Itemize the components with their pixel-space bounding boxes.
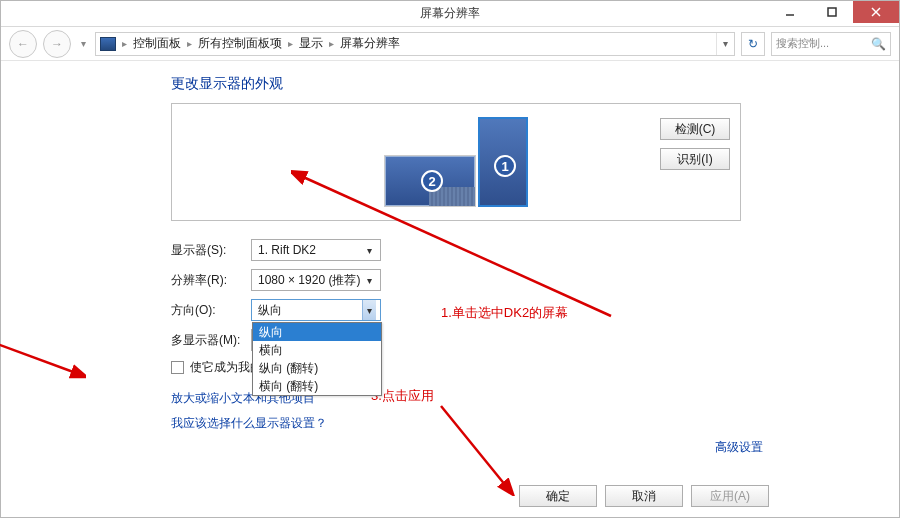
advanced-settings-link[interactable]: 高级设置 (715, 439, 763, 456)
resolution-label: 分辨率(R): (171, 272, 251, 289)
breadcrumb[interactable]: ▸ 控制面板 ▸ 所有控制面板项 ▸ 显示 ▸ 屏幕分辨率 ▾ (95, 32, 735, 56)
orientation-option[interactable]: 纵向 (翻转) (253, 359, 381, 377)
forward-button[interactable]: → (43, 30, 71, 58)
resolution-select[interactable]: 1080 × 1920 (推荐) ▾ (251, 269, 381, 291)
orientation-option[interactable]: 纵向 (253, 323, 381, 341)
client-area: 更改显示器的外观 2 1 检测(C) 识别(I) 显示器(S): 1. Ri (1, 61, 899, 517)
orientation-dropdown: 纵向 横向 纵向 (翻转) 横向 (翻转) (252, 322, 382, 396)
monitor-1-number: 1 (494, 155, 516, 177)
search-placeholder: 搜索控制... (776, 36, 829, 51)
breadcrumb-item[interactable]: 显示 (299, 35, 323, 52)
help-link[interactable]: 我应该选择什么显示器设置？ (171, 415, 899, 432)
monitor-1[interactable]: 1 (478, 117, 528, 207)
orientation-option[interactable]: 横向 (253, 341, 381, 359)
breadcrumb-sep: ▸ (327, 38, 336, 49)
svg-line-5 (0, 303, 76, 373)
breadcrumb-item[interactable]: 屏幕分辨率 (340, 35, 400, 52)
detect-button[interactable]: 检测(C) (660, 118, 730, 140)
chevron-down-icon: ▾ (362, 240, 376, 260)
orientation-select[interactable]: 纵向 ▾ 纵向 横向 纵向 (翻转) 横向 (翻转) (251, 299, 381, 321)
orientation-label: 方向(O): (171, 302, 251, 319)
search-input[interactable]: 搜索控制... 🔍 (771, 32, 891, 56)
page-heading: 更改显示器的外观 (171, 75, 899, 93)
monitors: 2 1 (384, 117, 528, 207)
display-label: 显示器(S): (171, 242, 251, 259)
preview-side-buttons: 检测(C) 识别(I) (660, 118, 730, 170)
window-controls (769, 1, 899, 23)
annotation-arrow-2 (0, 293, 86, 383)
breadcrumb-sep: ▸ (185, 38, 194, 49)
display-value: 1. Rift DK2 (258, 243, 316, 257)
monitor-2[interactable]: 2 (384, 155, 476, 207)
breadcrumb-sep: ▸ (286, 38, 295, 49)
monitor-2-number: 2 (421, 170, 443, 192)
svg-rect-1 (828, 8, 836, 16)
resolution-value: 1080 × 1920 (推荐) (258, 272, 360, 289)
back-button[interactable]: ← (9, 30, 37, 58)
primary-display-checkbox[interactable] (171, 361, 184, 374)
breadcrumb-sep: ▸ (120, 38, 129, 49)
cancel-button[interactable]: 取消 (605, 485, 683, 507)
chevron-down-icon: ▾ (362, 300, 376, 320)
close-button[interactable] (853, 1, 899, 23)
window-title: 屏幕分辨率 (420, 5, 480, 22)
display-preview: 2 1 检测(C) 识别(I) (171, 103, 741, 221)
breadcrumb-item[interactable]: 所有控制面板项 (198, 35, 282, 52)
window: 屏幕分辨率 ← → ▾ ▸ 控制面板 ▸ 所有控制面板项 ▸ 显示 ▸ 屏幕分辨… (0, 0, 900, 518)
dialog-footer: 确定 取消 应用(A) (519, 485, 769, 507)
chevron-down-icon: ▾ (362, 270, 376, 290)
multi-display-label: 多显示器(M): (171, 332, 251, 349)
identify-button[interactable]: 识别(I) (660, 148, 730, 170)
control-panel-icon (100, 37, 116, 51)
minimize-button[interactable] (769, 1, 811, 23)
orientation-value: 纵向 (258, 302, 282, 319)
breadcrumb-dropdown[interactable]: ▾ (716, 33, 734, 55)
refresh-button[interactable]: ↻ (741, 32, 765, 56)
navbar: ← → ▾ ▸ 控制面板 ▸ 所有控制面板项 ▸ 显示 ▸ 屏幕分辨率 ▾ ↻ … (1, 27, 899, 61)
orientation-option[interactable]: 横向 (翻转) (253, 377, 381, 395)
settings-form: 显示器(S): 1. Rift DK2 ▾ 分辨率(R): 1080 × 192… (171, 235, 899, 432)
search-icon: 🔍 (871, 37, 886, 51)
breadcrumb-item[interactable]: 控制面板 (133, 35, 181, 52)
display-select[interactable]: 1. Rift DK2 ▾ (251, 239, 381, 261)
history-dropdown[interactable]: ▾ (77, 38, 89, 49)
titlebar: 屏幕分辨率 (1, 1, 899, 27)
maximize-button[interactable] (811, 1, 853, 23)
apply-button[interactable]: 应用(A) (691, 485, 769, 507)
ok-button[interactable]: 确定 (519, 485, 597, 507)
